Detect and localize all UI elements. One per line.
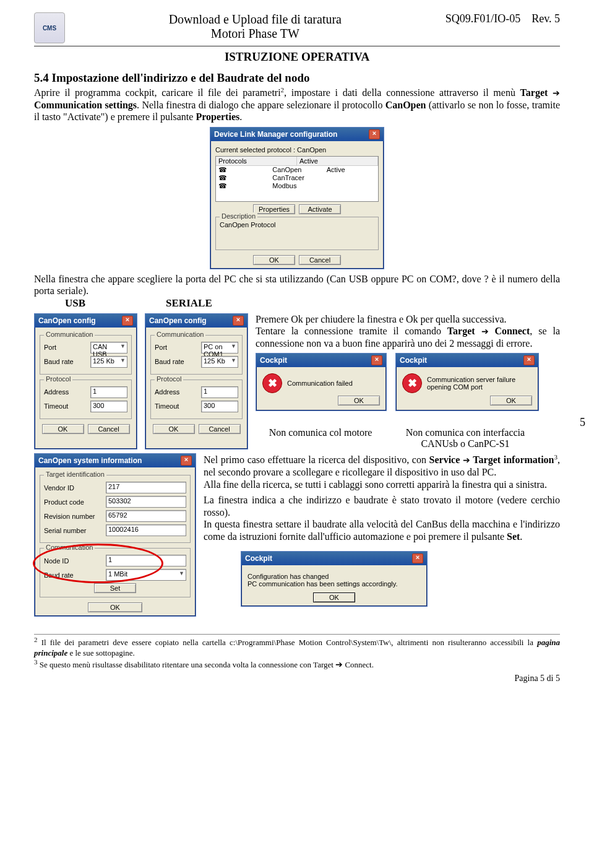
sn-field: 10002416 [106,524,186,536]
arrow-icon: ➔ [335,659,343,669]
doc-title: ISTRUZIONE OPERATIVA [34,50,560,64]
p1-f: CanOpen [385,100,426,110]
ok-button[interactable]: OK [42,424,84,434]
rtext-p1: Premere Ok per chiudere la finestra e Ok… [256,313,560,326]
ok-button[interactable]: OK [313,592,355,602]
p1-h: Properties [196,111,239,122]
fn3-a: Se questo menù risultasse disabilitato r… [38,660,336,669]
p3e: Alla fine della ricerca, se tutti i cabl… [204,479,560,491]
desc-text: CanOpen Protocol [220,221,374,228]
row-cantracer[interactable]: CanTracer [270,174,324,182]
cancel-button[interactable]: Cancel [88,424,130,434]
addr-field[interactable]: 1 [90,386,127,398]
row-modbus[interactable]: Modbus [270,182,324,190]
close-icon[interactable]: × [523,355,535,365]
timeout-label: Timeout [44,402,87,410]
p3f: La finestra indica a che indirizzo e bau… [204,494,560,518]
col-usb: USB [65,297,85,310]
sysinfo-title: CanOpen system information [38,456,142,465]
sn-label: Serial number [44,527,103,534]
ok-button[interactable]: OK [153,424,195,434]
current-protocol-label: Current selected protocol : CanOpen [215,146,379,154]
close-icon[interactable]: × [369,129,380,139]
close-icon[interactable]: × [122,316,133,326]
properties-button[interactable]: Properties [253,204,295,214]
rt2a: Tentare la connessione tramite il comand… [256,326,447,336]
close-icon[interactable]: × [233,316,244,326]
cancel-button[interactable]: Cancel [299,255,341,265]
dlg-title: Device Link Manager configuration [214,130,337,139]
timeout-field[interactable]: 300 [201,401,238,412]
err-msg-1: Communication failed [287,380,380,387]
port-label: Port [44,344,87,351]
footnotes: 2 Il file dei parametri deve essere copi… [34,634,560,669]
comm-group: Communication [44,331,95,338]
addr-field[interactable]: 1 [201,386,238,398]
err-msg-2: Communication server failure opening COM… [427,376,532,391]
close-icon[interactable]: × [181,456,192,466]
baud-label: Baud rate [44,358,87,365]
close-icon[interactable]: × [371,355,382,365]
rt2c: Connect [489,326,530,336]
header-title: Download e Upload file di taratura Motor… [71,12,439,41]
p3c: Target information [470,455,554,466]
header-line1: Download e Upload file di taratura [71,12,439,27]
timeout-field[interactable]: 300 [90,401,127,412]
p1-a: Aprire il programma cockpit, caricare il… [34,87,281,98]
hdr-active: Active [297,157,378,165]
baud-select[interactable]: 125 Kb [201,356,238,368]
close-icon[interactable]: × [412,553,423,563]
fn2-a: Il file dei parametri deve essere copiat… [38,638,538,648]
p1-b: , impostare i dati della connessione att… [284,87,520,98]
cc-msg: Configuration has changed PC communicati… [246,570,422,590]
ok-button[interactable]: OK [253,255,295,265]
baud-select[interactable]: 125 Kb [90,356,127,368]
port-select[interactable]: CAN USB [90,342,127,354]
timeout-label: Timeout [155,402,198,410]
set-button[interactable]: Set [94,583,136,593]
error-icon: ✖ [402,373,422,393]
p3a: Nel primo caso effettuare la ricerca del… [204,455,429,466]
caption-1: Non comunica col motore [256,427,385,449]
caption-2: Non comunica con interfaccia CANUsb o Ca… [394,427,536,449]
addr-label: Address [44,388,87,396]
arrow-icon: ➔ [481,326,489,336]
port-select[interactable]: PC on COM1 [201,342,238,354]
paragraph-1: Aprire il programma cockpit, caricare il… [34,86,560,123]
baud-select[interactable]: 1 MBit [106,569,186,581]
arrow-icon: ➔ [553,88,560,98]
activate-button[interactable]: Activate [299,204,341,214]
dlg-title-ser: CanOpen config [149,316,207,325]
col-seriale: SERIALE [166,297,212,310]
canopen-config-usb: CanOpen config× Communication PortCAN US… [34,313,137,450]
fn2-c: e le sue sottopagine. [67,648,135,658]
cancel-button[interactable]: Cancel [199,424,241,434]
header-line2: Motori Phase TW [71,27,439,41]
p3i: . [520,531,522,542]
ok-button[interactable]: OK [338,396,380,406]
baud-label: Baud rate [155,358,198,365]
prod-field: 503302 [106,496,186,508]
cockpit-title: Cockpit [260,356,287,365]
p1-c: Target [520,87,553,98]
row-canopen[interactable]: CanOpen [270,166,324,174]
row-canopen-active: Active [324,166,378,174]
section-title: 5.4 Impostazione dell'indirizzo e del Ba… [34,71,560,85]
port-label: Port [155,344,198,351]
cockpit-error-1: Cockpit× ✖Communication failed OK [256,353,387,411]
header-right: SQ09.F01/IO-05 Rev. 5 [446,12,560,25]
protocol-listbox[interactable]: ProtocolsActive ☎CanOpenActive ☎CanTrace… [215,156,379,202]
logo-icon: CMS [34,12,65,43]
ok-button[interactable]: OK [88,602,142,612]
right-text-block: Premere Ok per chiudere la finestra e Ok… [256,313,560,450]
doc-rev: Rev. 5 [532,12,560,25]
p1-i: . [239,111,242,122]
rev-field: 65792 [106,510,186,522]
conf-changed-dialog: Cockpit× Configuration has changed PC co… [241,551,428,607]
ok-button[interactable]: OK [490,396,532,406]
arrow-icon: ➔ [463,456,470,466]
cockpit-error-2: Cockpit× ✖Communication server failure o… [395,353,539,411]
node-field[interactable]: 1 [106,555,186,566]
proto-group: Protocol [44,375,72,383]
cc-title: Cockpit [245,554,272,563]
